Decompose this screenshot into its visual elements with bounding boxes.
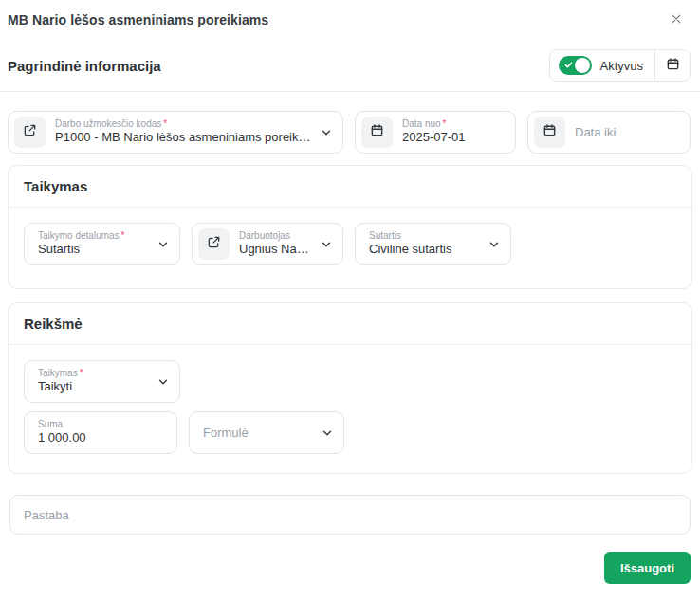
amount-label: Suma	[38, 419, 63, 429]
open-record-button[interactable]	[14, 117, 46, 148]
reiksme-card-title: Reikšmė	[9, 303, 691, 345]
toggle-switch[interactable]	[559, 56, 592, 75]
field-text: Darbo užmokesčio kodas* P1000 - MB Nario…	[55, 118, 312, 146]
toggle-label: Aktyvus	[599, 59, 643, 73]
application-select[interactable]: Taikymas* Taikyti	[24, 360, 180, 403]
salary-code-label: Darbo užmokesčio kodas	[55, 118, 161, 129]
main-section-header: Pagrindinė informacija Aktyvus	[0, 40, 700, 91]
note-input[interactable]	[9, 495, 691, 535]
save-button[interactable]: Išsaugoti	[604, 552, 691, 584]
close-icon	[670, 12, 683, 28]
page-title: Pagrindinė informacija	[8, 58, 161, 74]
date-from-field[interactable]: Data nuo* 2025-07-01	[355, 111, 516, 154]
chevron-down-icon	[488, 238, 501, 251]
toggle-knob	[575, 58, 590, 73]
amount-field[interactable]: Suma 1 000.00	[24, 411, 177, 454]
employee-value: Ugnius Narys	[239, 242, 312, 258]
date-to-placeholder: Data iki	[575, 125, 680, 139]
date-from-label: Data nuo	[402, 118, 441, 129]
employee-label: Darbuotojas	[239, 230, 290, 241]
reiksme-card-body: Taikymas* Taikyti Suma 1 000.00 Fo	[9, 345, 691, 473]
chevron-down-icon	[321, 427, 334, 440]
taikymas-card-body: Taikymo detalumas* Sutartis Darbuotoj	[9, 208, 691, 288]
formula-select[interactable]: Formulė	[189, 411, 344, 454]
contract-label: Sutartis	[369, 230, 401, 241]
date-to-field[interactable]: Data iki	[527, 111, 691, 154]
detail-level-value: Sutartis	[38, 242, 149, 258]
application-value: Taikyti	[38, 379, 149, 395]
section-divider	[0, 91, 700, 92]
dialog-footer: Išsaugoti	[9, 552, 691, 584]
date-to-picker-button[interactable]	[534, 117, 565, 148]
reiksme-card: Reikšmė Taikymas* Taikyti Suma	[8, 302, 692, 474]
field-text: Data nuo* 2025-07-01	[402, 118, 506, 146]
detail-level-label: Taikymo detalumas	[38, 230, 120, 241]
close-button[interactable]	[666, 9, 687, 32]
formula-placeholder: Formulė	[203, 426, 313, 440]
taikymas-card: Taikymas Taikymo detalumas* Sutartis	[8, 165, 692, 289]
dialog: MB Nario lėšos asmeniniams poreikiams Pa…	[0, 0, 700, 599]
required-mark: *	[121, 230, 125, 241]
external-link-icon	[207, 235, 221, 253]
date-from-value: 2025-07-01	[402, 130, 506, 146]
contract-value: Civilinė sutartis	[369, 242, 480, 258]
chevron-down-icon	[157, 375, 170, 389]
check-icon	[563, 57, 574, 74]
calendar-icon	[370, 123, 384, 141]
active-toggle-group: Aktyvus	[549, 49, 691, 82]
chevron-down-icon	[157, 238, 170, 251]
main-fields-row: Darbo užmokesčio kodas* P1000 - MB Nario…	[8, 111, 692, 154]
contract-select[interactable]: Sutartis Civilinė sutartis	[355, 223, 511, 265]
required-mark: *	[443, 118, 447, 129]
open-employee-button[interactable]	[198, 228, 230, 260]
calendar-icon	[543, 123, 557, 141]
dialog-header: MB Nario lėšos asmeniniams poreikiams	[0, 0, 700, 40]
chevron-down-icon	[320, 126, 333, 139]
taikymas-card-title: Taikymas	[9, 166, 691, 208]
dialog-title: MB Nario lėšos asmeniniams poreikiams	[8, 12, 268, 27]
salary-code-select[interactable]: Darbo užmokesčio kodas* P1000 - MB Nario…	[8, 111, 343, 154]
date-from-picker-button[interactable]	[361, 117, 393, 148]
external-link-icon	[23, 123, 37, 141]
calendar-icon	[666, 57, 680, 74]
application-label: Taikymas	[38, 368, 78, 378]
employee-select[interactable]: Darbuotojas Ugnius Narys	[192, 223, 343, 265]
active-toggle[interactable]: Aktyvus	[550, 50, 654, 81]
salary-code-value: P1000 - MB Nario lėšos asmeniniams porei…	[55, 130, 312, 146]
amount-value: 1 000.00	[38, 430, 167, 446]
chevron-down-icon	[320, 238, 333, 251]
required-mark: *	[163, 118, 167, 129]
history-calendar-button[interactable]	[655, 50, 690, 81]
detail-level-select[interactable]: Taikymo detalumas* Sutartis	[24, 223, 180, 265]
required-mark: *	[80, 368, 83, 378]
